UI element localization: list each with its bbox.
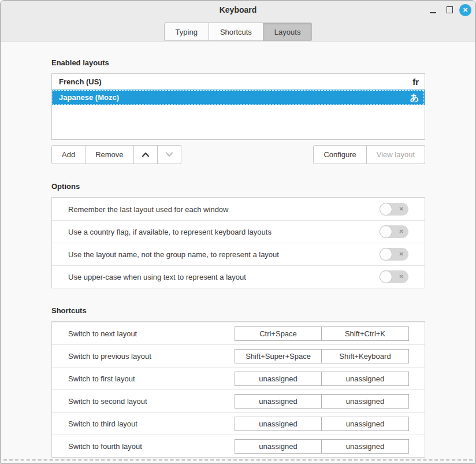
shortcut-label: Switch to fourth layout [68, 442, 142, 451]
shortcut-label: Switch to third layout [68, 420, 137, 428]
minimize-icon [430, 12, 436, 13]
shortcut-binding-secondary[interactable]: unassigned [322, 439, 409, 454]
shortcut-binding-primary[interactable]: unassigned [235, 439, 322, 454]
shortcut-row: Switch to third layout unassigned unassi… [52, 412, 425, 435]
shortcut-binding-pair: unassigned unassigned [235, 417, 409, 431]
layout-indicator-badge: fr [412, 77, 419, 86]
toggle-knob [380, 225, 392, 238]
shortcut-binding-secondary[interactable]: unassigned [322, 372, 409, 386]
tab-group: Typing Shortcuts Layouts [164, 23, 313, 41]
shortcut-binding-pair: unassigned unassigned [235, 372, 409, 386]
chevron-down-icon [165, 152, 173, 157]
layout-row[interactable]: Japanese (Mozc) あ [52, 90, 425, 105]
option-label: Use the layout name, not the group name,… [68, 250, 279, 259]
titlebar[interactable]: Keyboard ✕ [1, 1, 475, 19]
list-edit-button-group: Add Remove [51, 145, 181, 164]
option-label: Remember the last layout used for each w… [68, 205, 228, 214]
layout-list-actions: Add Remove Configure View layout [51, 145, 425, 164]
configure-button[interactable]: Configure [313, 145, 366, 164]
shortcut-binding-pair: Ctrl+Space Shift+Ctrl+K [235, 326, 409, 341]
shortcut-binding-pair: unassigned unassigned [235, 439, 409, 454]
shortcut-binding-primary[interactable]: unassigned [235, 372, 322, 386]
enabled-layouts-heading: Enabled layouts [51, 59, 425, 67]
shortcut-row: Switch to previous layout Shift+Super+Sp… [52, 344, 425, 367]
option-row: Use a country flag, if available, to rep… [52, 220, 425, 243]
toggle-off-icon: ✕ [399, 274, 404, 280]
shortcut-row: Switch to fourth layout unassigned unass… [52, 435, 425, 457]
header: Keyboard ✕ Typing Shortcuts Layouts [1, 1, 475, 42]
shortcut-binding-primary[interactable]: Shift+Super+Space [235, 349, 322, 363]
tab-shortcuts[interactable]: Shortcuts [209, 23, 263, 41]
layouts-page: Enabled layouts French (US) fr Japanese … [1, 59, 475, 458]
enabled-layouts-list[interactable]: French (US) fr Japanese (Mozc) あ [51, 73, 425, 140]
option-row: Remember the last layout used for each w… [52, 198, 425, 220]
option-row: Use upper-case when using text to repres… [52, 265, 425, 288]
shortcut-binding-secondary[interactable]: Shift+Ctrl+K [322, 326, 409, 341]
tab-layouts[interactable]: Layouts [263, 23, 313, 41]
toggle-switch[interactable]: ✕ [380, 203, 408, 216]
shortcut-label: Switch to next layout [68, 329, 137, 338]
move-down-button[interactable] [158, 145, 181, 164]
shortcut-label: Switch to first layout [68, 374, 135, 383]
shortcut-binding-primary[interactable]: unassigned [235, 394, 322, 409]
toggle-off-icon: ✕ [399, 206, 404, 212]
toggle-switch[interactable]: ✕ [380, 225, 408, 238]
toggle-off-icon: ✕ [399, 229, 404, 235]
options-heading: Options [51, 183, 425, 191]
toggle-knob [380, 270, 392, 283]
shortcut-binding-secondary[interactable]: Shift+Keyboard [322, 349, 409, 363]
view-layout-button[interactable]: View layout [367, 145, 425, 164]
toggle-knob [380, 248, 392, 261]
window-controls: ✕ [426, 3, 471, 17]
maximize-button[interactable] [442, 3, 456, 17]
shortcut-label: Switch to previous layout [68, 352, 151, 361]
shortcut-binding-pair: unassigned unassigned [235, 394, 409, 409]
shortcut-binding-primary[interactable]: unassigned [235, 417, 322, 431]
toggle-knob [380, 203, 392, 216]
option-row: Use the layout name, not the group name,… [52, 243, 425, 265]
move-up-button[interactable] [134, 145, 158, 164]
shortcut-binding-secondary[interactable]: unassigned [322, 394, 409, 409]
shortcut-row: Switch to first layout unassigned unassi… [52, 367, 425, 389]
scroll-edge-indicator [3, 459, 473, 461]
keyboard-window: Keyboard ✕ Typing Shortcuts Layouts [0, 0, 476, 464]
maximize-icon [447, 6, 453, 13]
tab-typing[interactable]: Typing [164, 23, 209, 41]
toggle-switch[interactable]: ✕ [380, 270, 408, 283]
remove-button[interactable]: Remove [85, 145, 133, 164]
layout-row[interactable]: French (US) fr [52, 74, 425, 90]
shortcuts-heading: Shortcuts [51, 307, 425, 315]
shortcuts-box: Switch to next layout Ctrl+Space Shift+C… [51, 321, 425, 458]
toggle-off-icon: ✕ [399, 251, 404, 257]
tab-bar: Typing Shortcuts Layouts [1, 19, 475, 41]
option-label: Use a country flag, if available, to rep… [68, 228, 272, 236]
toggle-switch[interactable]: ✕ [380, 248, 408, 261]
chevron-up-icon [142, 152, 150, 157]
option-label: Use upper-case when using text to repres… [68, 273, 246, 281]
window-title: Keyboard [1, 5, 475, 14]
layout-indicator-badge: あ [410, 93, 419, 102]
shortcut-binding-pair: Shift+Super+Space Shift+Keyboard [235, 349, 409, 363]
layout-tools-button-group: Configure View layout [313, 145, 425, 164]
minimize-button[interactable] [426, 3, 440, 17]
shortcut-label: Switch to second layout [68, 397, 147, 406]
options-box: Remember the last layout used for each w… [51, 197, 425, 288]
add-button[interactable]: Add [51, 145, 85, 164]
layout-name: French (US) [59, 77, 102, 86]
shortcut-binding-secondary[interactable]: unassigned [322, 417, 409, 431]
shortcut-binding-primary[interactable]: Ctrl+Space [235, 326, 322, 341]
layout-name: Japanese (Mozc) [59, 93, 119, 102]
close-button[interactable]: ✕ [459, 4, 471, 16]
close-icon: ✕ [463, 7, 468, 13]
shortcut-row: Switch to next layout Ctrl+Space Shift+C… [52, 322, 425, 344]
shortcut-row: Switch to second layout unassigned unass… [52, 389, 425, 412]
